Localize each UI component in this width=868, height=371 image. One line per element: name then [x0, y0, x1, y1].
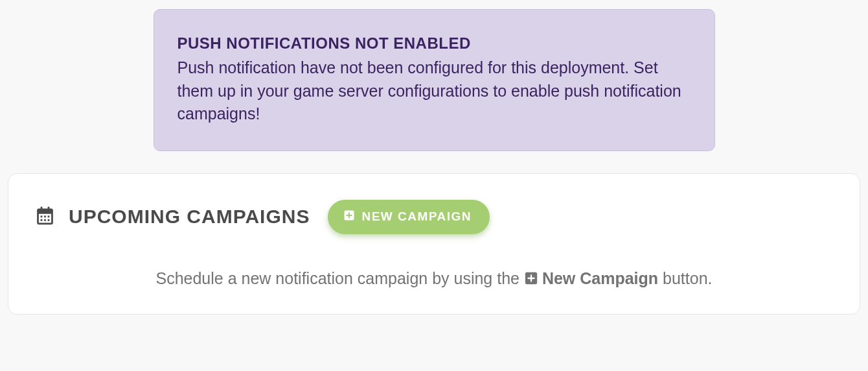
plus-square-icon — [343, 209, 355, 224]
upcoming-campaigns-card: UPCOMING CAMPAIGNS NEW CAMPAIGN Schedule… — [8, 173, 860, 315]
card-header: UPCOMING CAMPAIGNS NEW CAMPAIGN — [34, 200, 834, 234]
card-title: UPCOMING CAMPAIGNS — [69, 206, 310, 228]
helper-prefix: Schedule a new notification campaign by … — [155, 269, 523, 287]
helper-button-reference: New Campaign — [524, 269, 658, 288]
alert-push-not-enabled: PUSH NOTIFICATIONS NOT ENABLED Push noti… — [154, 9, 715, 151]
alert-body: Push notification have not been configur… — [177, 56, 691, 126]
alert-title: PUSH NOTIFICATIONS NOT ENABLED — [177, 34, 691, 53]
new-campaign-button[interactable]: NEW CAMPAIGN — [328, 200, 490, 234]
helper-button-label: New Campaign — [542, 269, 658, 288]
calendar-icon — [34, 205, 56, 229]
plus-square-icon — [524, 269, 538, 288]
helper-text: Schedule a new notification campaign by … — [34, 269, 834, 288]
new-campaign-button-label: NEW CAMPAIGN — [361, 209, 472, 224]
helper-suffix: button. — [663, 269, 712, 287]
